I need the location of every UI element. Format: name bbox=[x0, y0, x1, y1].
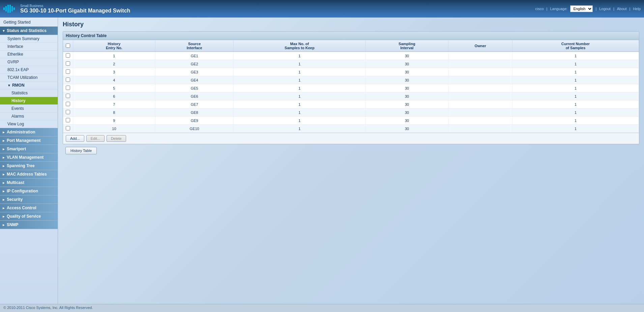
row-sampling-interval: 30 bbox=[365, 125, 448, 133]
row-checkbox-cell[interactable] bbox=[63, 68, 73, 76]
header-right: cisco | Language: English | Logout | Abo… bbox=[535, 0, 641, 18]
sidebar-section-status-and-statistics[interactable]: ▼ Status and Statistics bbox=[0, 27, 58, 35]
chevron-right-icon: ► bbox=[2, 198, 5, 201]
row-source-interface: GE5 bbox=[155, 84, 234, 92]
add-button[interactable]: Add... bbox=[66, 135, 84, 142]
row-owner bbox=[448, 52, 513, 60]
row-checkbox[interactable] bbox=[66, 110, 70, 114]
language-label: Language: bbox=[550, 7, 567, 11]
table-row: 9 GE9 1 30 1 bbox=[63, 117, 639, 125]
row-max-samples: 1 bbox=[234, 125, 365, 133]
sidebar-item-getting-started[interactable]: Getting Started bbox=[0, 18, 58, 27]
row-checkbox[interactable] bbox=[66, 61, 70, 66]
row-current-samples: 1 bbox=[512, 108, 639, 117]
sidebar-item-gvrp[interactable]: GVRP bbox=[0, 58, 58, 66]
cisco-logo-icon bbox=[3, 4, 17, 13]
sidebar-item-rmon-statistics[interactable]: Statistics bbox=[0, 89, 58, 97]
row-sampling-interval: 30 bbox=[365, 52, 448, 60]
row-current-samples: 1 bbox=[512, 60, 639, 68]
chevron-right-icon: ► bbox=[2, 130, 5, 134]
col-header-max-samples: Max No. ofSamples to Keep bbox=[234, 40, 365, 52]
sidebar-section-vlan-management[interactable]: ► VLAN Management bbox=[0, 153, 58, 162]
table-body: 1 GE1 1 30 1 2 GE2 1 30 1 3 GE3 1 30 1 4… bbox=[63, 52, 639, 133]
sidebar-item-rmon-alarms[interactable]: Alarms bbox=[0, 113, 58, 120]
delete-button[interactable]: Delete bbox=[107, 135, 126, 142]
row-sampling-interval: 30 bbox=[365, 92, 448, 100]
row-current-samples: 1 bbox=[512, 84, 639, 92]
row-checkbox-cell[interactable] bbox=[63, 52, 73, 60]
sidebar-section-ip-configuration[interactable]: ► IP Configuration bbox=[0, 187, 58, 195]
sidebar-section-multicast[interactable]: ► Multicast bbox=[0, 179, 58, 187]
sidebar-section-security[interactable]: ► Security bbox=[0, 195, 58, 204]
history-table-button[interactable]: History Table bbox=[65, 147, 97, 154]
sidebar-item-dot1x-eap[interactable]: 802.1x EAP bbox=[0, 66, 58, 74]
history-control-table: HistoryEntry No. SourceInterface Max No.… bbox=[63, 40, 639, 133]
row-sampling-interval: 30 bbox=[365, 100, 448, 108]
sidebar-item-etherlike[interactable]: Etherlike bbox=[0, 51, 58, 58]
row-checkbox-cell[interactable] bbox=[63, 92, 73, 100]
cisco-brand-label: cisco bbox=[535, 7, 544, 11]
help-link[interactable]: Help bbox=[633, 7, 641, 11]
row-checkbox[interactable] bbox=[66, 126, 70, 130]
sidebar-item-system-summary[interactable]: System Summary bbox=[0, 35, 58, 43]
row-max-samples: 1 bbox=[234, 108, 365, 117]
row-checkbox[interactable] bbox=[66, 102, 70, 106]
logout-link[interactable]: Logout bbox=[599, 7, 611, 11]
sidebar-section-spanning-tree[interactable]: ► Spanning Tree bbox=[0, 162, 58, 170]
about-link[interactable]: About bbox=[617, 7, 627, 11]
row-checkbox[interactable] bbox=[66, 94, 70, 98]
sidebar-item-interface[interactable]: Interface bbox=[0, 43, 58, 51]
row-checkbox-cell[interactable] bbox=[63, 84, 73, 92]
footer: © 2010-2011 Cisco Systems, Inc. All Righ… bbox=[0, 304, 644, 312]
row-checkbox[interactable] bbox=[66, 69, 70, 74]
edit-button[interactable]: Edit... bbox=[86, 135, 105, 142]
row-entry-no: 5 bbox=[73, 84, 155, 92]
row-checkbox[interactable] bbox=[66, 77, 70, 82]
sidebar-section-port-management[interactable]: ► Port Management bbox=[0, 136, 58, 145]
sidebar-section-snmp[interactable]: ► SNMP bbox=[0, 221, 58, 229]
row-source-interface: GE8 bbox=[155, 108, 234, 117]
row-checkbox-cell[interactable] bbox=[63, 60, 73, 68]
action-buttons-row: Add... Edit... Delete bbox=[63, 133, 639, 144]
layout: Getting Started ▼ Status and Statistics … bbox=[0, 18, 644, 304]
sidebar-item-rmon[interactable]: ▼ RMON bbox=[0, 82, 58, 89]
sidebar-section-quality-of-service[interactable]: ► Quality of Service bbox=[0, 212, 58, 221]
table-title: History Control Table bbox=[63, 32, 639, 40]
chevron-right-icon: ► bbox=[2, 147, 5, 151]
col-header-source-interface: SourceInterface bbox=[155, 40, 234, 52]
row-checkbox-cell[interactable] bbox=[63, 100, 73, 108]
row-checkbox[interactable] bbox=[66, 118, 70, 122]
sidebar-section-access-control[interactable]: ► Access Control bbox=[0, 204, 58, 212]
row-checkbox[interactable] bbox=[66, 86, 70, 90]
language-select[interactable]: English bbox=[570, 5, 593, 12]
row-max-samples: 1 bbox=[234, 60, 365, 68]
sidebar-item-tcam-utilization[interactable]: TCAM Utilization bbox=[0, 74, 58, 82]
row-max-samples: 1 bbox=[234, 117, 365, 125]
sidebar-section-smartport[interactable]: ► Smartport bbox=[0, 145, 58, 153]
header-small-business: Small Business bbox=[20, 4, 130, 8]
row-owner bbox=[448, 60, 513, 68]
sidebar-item-view-log[interactable]: View Log bbox=[0, 120, 58, 128]
table-row: 5 GE5 1 30 1 bbox=[63, 84, 639, 92]
sidebar-section-mac-address-tables[interactable]: ► MAC Address Tables bbox=[0, 170, 58, 179]
svg-rect-4 bbox=[11, 6, 13, 11]
row-checkbox-cell[interactable] bbox=[63, 108, 73, 117]
sidebar-section-administration[interactable]: ► Administration bbox=[0, 128, 58, 136]
row-checkbox[interactable] bbox=[66, 53, 70, 58]
table-row: 6 GE6 1 30 1 bbox=[63, 92, 639, 100]
svg-rect-1 bbox=[5, 6, 7, 11]
table-row: 7 GE7 1 30 1 bbox=[63, 100, 639, 108]
select-all-checkbox[interactable] bbox=[66, 43, 70, 48]
row-source-interface: GE4 bbox=[155, 76, 234, 84]
row-checkbox-cell[interactable] bbox=[63, 76, 73, 84]
row-max-samples: 1 bbox=[234, 68, 365, 76]
sidebar-item-rmon-history[interactable]: History bbox=[0, 97, 58, 105]
table-row: 2 GE2 1 30 1 bbox=[63, 60, 639, 68]
sidebar-item-rmon-events[interactable]: Events bbox=[0, 105, 58, 113]
chevron-right-icon: ► bbox=[2, 181, 5, 185]
chevron-right-icon: ► bbox=[2, 223, 5, 227]
row-checkbox-cell[interactable] bbox=[63, 125, 73, 133]
row-max-samples: 1 bbox=[234, 52, 365, 60]
row-sampling-interval: 30 bbox=[365, 60, 448, 68]
row-checkbox-cell[interactable] bbox=[63, 117, 73, 125]
